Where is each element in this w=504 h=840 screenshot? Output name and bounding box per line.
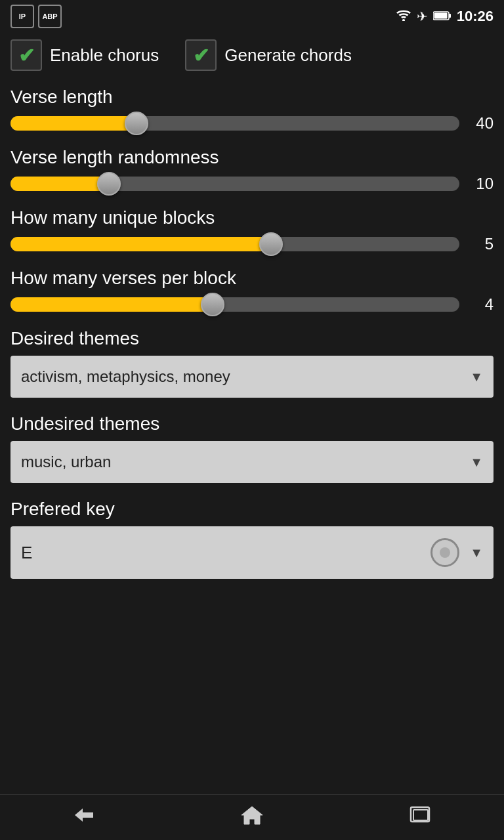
enable-chorus-check: ✔ [18,44,35,67]
verse-length-slider[interactable] [10,116,459,131]
status-bar: IP ABP ✈ 10:26 [0,0,504,33]
battery-icon [433,9,452,24]
recents-icon [408,806,432,829]
svg-point-0 [402,19,405,21]
svg-rect-3 [434,12,447,18]
back-button[interactable] [58,801,110,834]
verses-per-block-fill [10,297,213,312]
home-icon [240,805,264,830]
enable-chorus-checkbox[interactable]: ✔ [10,39,42,71]
svg-rect-2 [449,14,451,18]
verses-per-block-slider[interactable] [10,297,459,312]
desired-themes-arrow-icon: ▼ [470,369,483,385]
verse-randomness-value: 10 [467,175,494,193]
verse-randomness-row: 10 [10,175,494,193]
unique-blocks-thumb[interactable] [259,232,283,256]
desired-themes-dropdown[interactable]: activism, metaphysics, money ▼ [10,356,494,398]
unique-blocks-value: 5 [467,235,494,253]
status-bar-left: IP ABP [10,5,62,28]
desired-themes-label: Desired themes [10,328,494,349]
verse-length-value: 40 [467,114,494,133]
preferred-key-dropdown[interactable]: E ▼ [10,526,494,579]
verses-per-block-thumb[interactable] [201,293,224,316]
enable-chorus-item[interactable]: ✔ Enable chorus [10,39,159,71]
undesired-themes-value: music, urban [21,453,111,471]
undesired-themes-dropdown[interactable]: music, urban ▼ [10,441,494,483]
undesired-themes-section: Undesired themes music, urban ▼ [10,413,494,483]
main-content: ✔ Enable chorus ✔ Generate chords Verse … [0,33,504,794]
generate-chords-item[interactable]: ✔ Generate chords [185,39,352,71]
generate-chords-checkbox[interactable]: ✔ [185,39,217,71]
undesired-themes-arrow-icon: ▼ [470,455,483,470]
radio-inner [440,547,450,558]
preferred-key-right: ▼ [430,538,483,567]
verse-length-fill [10,116,136,131]
wifi-icon [396,9,411,24]
verses-per-block-container: How many verses per block 4 [10,268,494,314]
preferred-key-arrow-icon: ▼ [470,545,483,560]
abp-app-icon: ABP [38,5,62,28]
generate-chords-label: Generate chords [224,45,352,66]
unique-blocks-row: 5 [10,235,494,253]
unique-blocks-slider[interactable] [10,237,459,251]
home-button[interactable] [226,801,278,834]
generate-chords-check: ✔ [193,44,209,67]
status-time: 10:26 [457,8,494,25]
desired-themes-section: Desired themes activism, metaphysics, mo… [10,328,494,398]
verse-randomness-slider[interactable] [10,177,459,191]
verse-length-row: 40 [10,114,494,133]
verse-randomness-label: Verse length randomness [10,147,494,168]
verse-randomness-fill [10,177,109,191]
status-icons: ✈ 10:26 [396,8,494,25]
preferred-key-label: Prefered key [10,499,494,520]
recents-button[interactable] [394,801,446,834]
enable-chorus-label: Enable chorus [50,45,159,66]
airplane-icon: ✈ [417,9,428,24]
verses-per-block-row: 4 [10,295,494,314]
svg-rect-5 [413,810,428,820]
desired-themes-value: activism, metaphysics, money [21,368,230,386]
verses-per-block-value: 4 [467,295,494,314]
checkbox-row: ✔ Enable chorus ✔ Generate chords [10,39,494,71]
unique-blocks-label: How many unique blocks [10,207,494,228]
unique-blocks-fill [10,237,271,251]
verse-length-thumb[interactable] [125,112,148,135]
back-icon [71,806,97,829]
bottom-navigation [0,794,504,840]
verse-randomness-container: Verse length randomness 10 [10,147,494,193]
preferred-key-radio[interactable] [430,538,459,567]
verses-per-block-label: How many verses per block [10,268,494,289]
verse-length-container: Verse length 40 [10,87,494,133]
preferred-key-section: Prefered key E ▼ [10,499,494,579]
verse-length-label: Verse length [10,87,494,108]
undesired-themes-label: Undesired themes [10,413,494,434]
ip-app-icon: IP [10,5,34,28]
unique-blocks-container: How many unique blocks 5 [10,207,494,253]
verse-randomness-thumb[interactable] [97,172,121,196]
preferred-key-value: E [21,543,32,563]
